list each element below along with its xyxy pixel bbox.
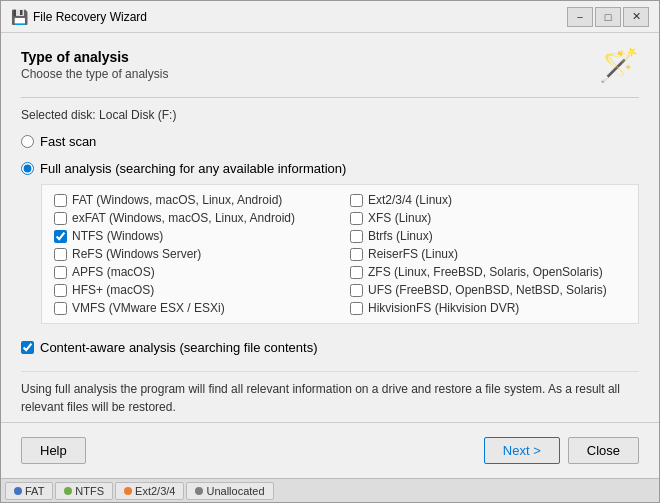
footer-right: Next > Close (484, 437, 639, 464)
taskbar-label-fat: FAT (25, 485, 44, 497)
fs-label-btrfs[interactable]: Btrfs (Linux) (368, 229, 433, 243)
fs-label-exfat[interactable]: exFAT (Windows, macOS, Linux, Android) (72, 211, 295, 225)
fast-scan-radio[interactable] (21, 135, 34, 148)
fs-label-apfs[interactable]: APFS (macOS) (72, 265, 155, 279)
taskbar-item-ntfs: NTFS (55, 482, 113, 500)
fs-checkbox-exfat[interactable] (54, 212, 67, 225)
fs-label-reiserfs[interactable]: ReiserFS (Linux) (368, 247, 458, 261)
fs-item-zfs[interactable]: ZFS (Linux, FreeBSD, Solaris, OpenSolari… (350, 265, 626, 279)
fs-checkbox-ufs[interactable] (350, 284, 363, 297)
header-section: Type of analysis Choose the type of anal… (21, 49, 639, 81)
taskbar-item-ext2-3-4: Ext2/3/4 (115, 482, 184, 500)
fs-item-hikvision[interactable]: HikvisionFS (Hikvision DVR) (350, 301, 626, 315)
fs-item-refs[interactable]: ReFS (Windows Server) (54, 247, 330, 261)
fs-item-btrfs[interactable]: Btrfs (Linux) (350, 229, 626, 243)
taskbar-dot-ext2/3/4 (124, 487, 132, 495)
next-button[interactable]: Next > (484, 437, 560, 464)
fs-item-apfs[interactable]: APFS (macOS) (54, 265, 330, 279)
title-bar: 💾 File Recovery Wizard − □ ✕ (1, 1, 659, 33)
header-divider (21, 97, 639, 98)
help-button[interactable]: Help (21, 437, 86, 464)
fs-checkbox-btrfs[interactable] (350, 230, 363, 243)
taskbar-dot-fat (14, 487, 22, 495)
fs-label-hfsplus[interactable]: HFS+ (macOS) (72, 283, 154, 297)
window-controls: − □ ✕ (567, 7, 649, 27)
fs-label-ext234[interactable]: Ext2/3/4 (Linux) (368, 193, 452, 207)
fs-item-vmfs[interactable]: VMFS (VMware ESX / ESXi) (54, 301, 330, 315)
minimize-button[interactable]: − (567, 7, 593, 27)
taskbar-item-unallocated: Unallocated (186, 482, 273, 500)
taskbar-label-unallocated: Unallocated (206, 485, 264, 497)
window-close-button[interactable]: ✕ (623, 7, 649, 27)
page-title: Type of analysis (21, 49, 168, 65)
fs-item-exfat[interactable]: exFAT (Windows, macOS, Linux, Android) (54, 211, 330, 225)
close-button[interactable]: Close (568, 437, 639, 464)
fs-checkbox-hikvision[interactable] (350, 302, 363, 315)
fs-label-vmfs[interactable]: VMFS (VMware ESX / ESXi) (72, 301, 225, 315)
info-text: Using full analysis the program will fin… (21, 371, 639, 422)
taskbar-label-ext2/3/4: Ext2/3/4 (135, 485, 175, 497)
taskbar-label-ntfs: NTFS (75, 485, 104, 497)
fs-label-hikvision[interactable]: HikvisionFS (Hikvision DVR) (368, 301, 519, 315)
fs-checkbox-fat[interactable] (54, 194, 67, 207)
fs-label-zfs[interactable]: ZFS (Linux, FreeBSD, Solaris, OpenSolari… (368, 265, 603, 279)
window-title: File Recovery Wizard (33, 10, 147, 24)
taskbar: FATNTFSExt2/3/4Unallocated (1, 478, 659, 502)
taskbar-dot-unallocated (195, 487, 203, 495)
content-aware-label[interactable]: Content-aware analysis (searching file c… (40, 340, 317, 355)
content-area: Type of analysis Choose the type of anal… (1, 33, 659, 422)
selected-disk-label: Selected disk: Local Disk (F:) (21, 108, 639, 122)
fs-checkbox-vmfs[interactable] (54, 302, 67, 315)
fs-checkbox-apfs[interactable] (54, 266, 67, 279)
content-aware-option[interactable]: Content-aware analysis (searching file c… (21, 340, 639, 355)
fs-label-ntfs[interactable]: NTFS (Windows) (72, 229, 163, 243)
fs-checkbox-xfs[interactable] (350, 212, 363, 225)
fs-label-refs[interactable]: ReFS (Windows Server) (72, 247, 201, 261)
footer: Help Next > Close (1, 422, 659, 478)
fs-checkbox-ntfs[interactable] (54, 230, 67, 243)
full-analysis-header[interactable]: Full analysis (searching for any availab… (21, 161, 639, 176)
fs-label-ufs[interactable]: UFS (FreeBSD, OpenBSD, NetBSD, Solaris) (368, 283, 607, 297)
fs-checkbox-hfsplus[interactable] (54, 284, 67, 297)
title-bar-left: 💾 File Recovery Wizard (11, 9, 147, 25)
window: 💾 File Recovery Wizard − □ ✕ Type of ana… (0, 0, 660, 503)
fs-item-hfsplus[interactable]: HFS+ (macOS) (54, 283, 330, 297)
fs-item-ufs[interactable]: UFS (FreeBSD, OpenBSD, NetBSD, Solaris) (350, 283, 626, 297)
fs-label-fat[interactable]: FAT (Windows, macOS, Linux, Android) (72, 193, 282, 207)
filesystem-grid: FAT (Windows, macOS, Linux, Android)Ext2… (41, 184, 639, 324)
taskbar-dot-ntfs (64, 487, 72, 495)
fs-checkbox-reiserfs[interactable] (350, 248, 363, 261)
fast-scan-label[interactable]: Fast scan (40, 134, 96, 149)
full-analysis-label[interactable]: Full analysis (searching for any availab… (40, 161, 346, 176)
content-aware-checkbox[interactable] (21, 341, 34, 354)
fs-item-ext234[interactable]: Ext2/3/4 (Linux) (350, 193, 626, 207)
full-analysis-radio[interactable] (21, 162, 34, 175)
fs-checkbox-refs[interactable] (54, 248, 67, 261)
wizard-icon: 🪄 (599, 49, 639, 81)
fs-item-xfs[interactable]: XFS (Linux) (350, 211, 626, 225)
maximize-button[interactable]: □ (595, 7, 621, 27)
page-subtitle: Choose the type of analysis (21, 67, 168, 81)
fs-checkbox-zfs[interactable] (350, 266, 363, 279)
fast-scan-option[interactable]: Fast scan (21, 134, 639, 149)
taskbar-item-fat: FAT (5, 482, 53, 500)
fs-item-fat[interactable]: FAT (Windows, macOS, Linux, Android) (54, 193, 330, 207)
full-analysis-section: Full analysis (searching for any availab… (21, 161, 639, 334)
fs-label-xfs[interactable]: XFS (Linux) (368, 211, 431, 225)
file-recovery-icon: 💾 (11, 9, 27, 25)
fs-checkbox-ext234[interactable] (350, 194, 363, 207)
header-text: Type of analysis Choose the type of anal… (21, 49, 168, 81)
fs-item-ntfs[interactable]: NTFS (Windows) (54, 229, 330, 243)
fs-item-reiserfs[interactable]: ReiserFS (Linux) (350, 247, 626, 261)
